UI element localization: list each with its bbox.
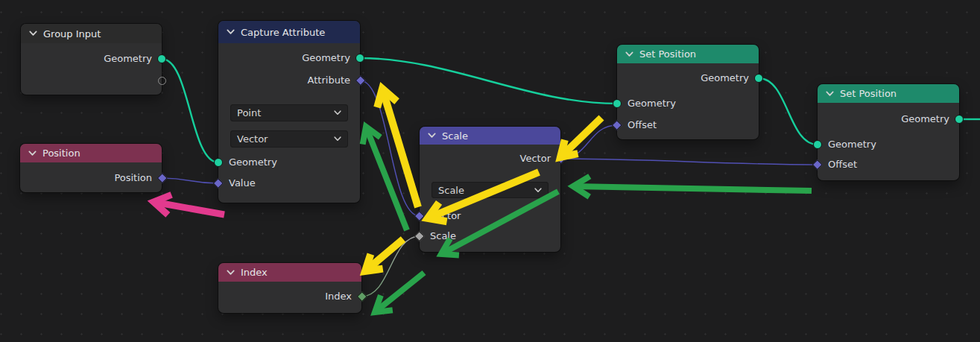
- socket-position-output[interactable]: [157, 173, 167, 183]
- output-socket-label: Attribute: [308, 74, 350, 87]
- virtual-socket[interactable]: [158, 77, 166, 85]
- select-value: Scale: [438, 185, 464, 196]
- node-link-int_float: [361, 236, 420, 297]
- node-link-geometry: [759, 78, 818, 145]
- select-point[interactable]: Point: [230, 104, 348, 121]
- annotation-arrow-yellow-1: [377, 89, 418, 207]
- output-socket-label: Vector: [520, 152, 551, 165]
- node-position[interactable]: PositionPosition: [20, 144, 162, 192]
- annotation-arrow-green-2: [573, 177, 812, 197]
- output-socket-label: Position: [114, 171, 152, 185]
- annotation-arrow-yellow-4: [365, 239, 403, 271]
- node-title: Set Position: [840, 88, 897, 99]
- node-group-input[interactable]: Group InputGeometry: [21, 24, 162, 95]
- socket-offset-input[interactable]: [612, 120, 622, 130]
- output-socket-label: Index: [325, 290, 352, 303]
- output-socket-label: Geometry: [901, 113, 949, 126]
- node-set-position-2[interactable]: Set PositionGeometryGeometryOffset: [818, 84, 959, 180]
- socket-geometry-output[interactable]: [355, 54, 364, 63]
- node-header-index[interactable]: Index: [218, 263, 361, 282]
- input-socket-label: Offset: [828, 158, 857, 171]
- socket-geometry-input[interactable]: [613, 99, 622, 108]
- annotation-arrow-pink-1: [154, 194, 224, 215]
- node-header-capture-attribute[interactable]: Capture Attribute: [218, 21, 360, 43]
- select-vector[interactable]: Vector: [230, 130, 348, 148]
- collapse-chevron-icon: [29, 31, 37, 37]
- collapse-chevron-icon: [826, 91, 834, 97]
- collapse-chevron-icon: [625, 51, 633, 57]
- socket-geometry-output[interactable]: [955, 115, 964, 124]
- select-value: Vector: [237, 133, 268, 145]
- input-socket-label: Scale: [430, 229, 456, 243]
- collapse-chevron-icon: [428, 133, 436, 139]
- node-set-position-1[interactable]: Set PositionGeometryGeometryOffset: [617, 45, 759, 139]
- node-header-set-position-2[interactable]: Set Position: [818, 84, 959, 103]
- annotation-arrow-yellow-3: [560, 118, 601, 157]
- node-link-geometry: [162, 59, 218, 162]
- input-socket-label: Value: [229, 177, 256, 190]
- node-link-vector: [162, 178, 218, 183]
- node-title: Set Position: [639, 48, 696, 60]
- node-header-set-position-1[interactable]: Set Position: [617, 45, 759, 63]
- input-socket-label: Vector: [430, 209, 461, 223]
- socket-geometry-input[interactable]: [214, 158, 223, 167]
- socket-scale-input[interactable]: [414, 231, 424, 241]
- node-title: Capture Attribute: [241, 27, 325, 38]
- socket-index-output[interactable]: [357, 291, 367, 301]
- annotation-arrow-green-4: [375, 273, 424, 312]
- output-socket-label: Geometry: [701, 72, 749, 85]
- input-socket-label: Geometry: [229, 156, 277, 169]
- chevron-down-icon: [334, 110, 341, 115]
- chevron-down-icon: [534, 188, 542, 193]
- node-editor-canvas[interactable]: Group InputGeometryCapture AttributeGeom…: [0, 0, 980, 342]
- socket-vector-input[interactable]: [414, 211, 424, 221]
- node-title: Position: [42, 148, 80, 159]
- output-socket-label: Geometry: [302, 51, 350, 65]
- select-scale[interactable]: Scale: [431, 182, 549, 198]
- collapse-chevron-icon: [227, 270, 235, 276]
- node-link-vector: [560, 125, 617, 159]
- node-title: Scale: [442, 130, 468, 142]
- collapse-chevron-icon: [227, 29, 235, 35]
- node-capture-attribute[interactable]: Capture AttributeGeometryAttributePointV…: [218, 21, 360, 203]
- chevron-down-icon: [334, 136, 341, 142]
- socket-value-input[interactable]: [213, 178, 223, 188]
- node-title: Group Input: [43, 28, 101, 39]
- output-socket-label: Geometry: [104, 52, 152, 66]
- node-header-scale[interactable]: Scale: [420, 127, 560, 145]
- socket-geometry-output[interactable]: [157, 54, 166, 63]
- collapse-chevron-icon: [28, 151, 37, 156]
- node-header-group-input[interactable]: Group Input: [21, 24, 162, 43]
- input-socket-label: Geometry: [828, 138, 876, 151]
- socket-attribute-output[interactable]: [355, 75, 365, 85]
- node-index[interactable]: IndexIndex: [218, 263, 361, 313]
- node-link-geometry: [360, 58, 617, 104]
- input-socket-label: Geometry: [627, 97, 676, 110]
- node-header-position[interactable]: Position: [20, 144, 162, 162]
- socket-vector-output[interactable]: [556, 153, 566, 163]
- node-scale[interactable]: ScaleVectorScaleVectorScale: [420, 127, 560, 252]
- node-link-vector: [560, 159, 818, 165]
- node-link-vector: [360, 80, 420, 216]
- socket-geometry-input[interactable]: [813, 140, 822, 149]
- input-socket-label: Offset: [627, 118, 657, 132]
- select-value: Point: [237, 107, 261, 118]
- node-title: Index: [241, 267, 268, 278]
- socket-offset-input[interactable]: [812, 159, 822, 169]
- socket-geometry-output[interactable]: [754, 74, 763, 83]
- annotation-arrow-green-1: [363, 127, 407, 230]
